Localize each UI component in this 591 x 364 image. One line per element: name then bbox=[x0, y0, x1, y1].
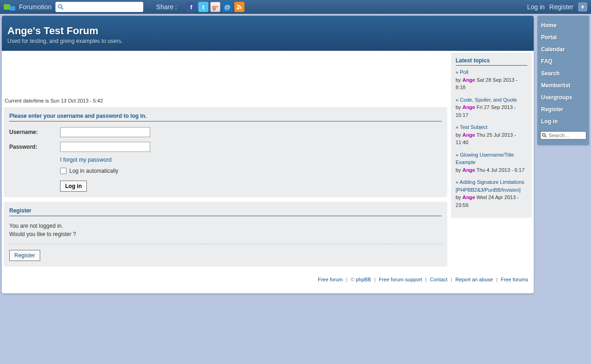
svg-point-0 bbox=[58, 5, 61, 8]
svg-line-4 bbox=[545, 136, 547, 138]
topic-link[interactable]: Glowing Username/Title Example bbox=[456, 152, 514, 165]
username-row: Username: bbox=[9, 127, 442, 137]
facebook-icon[interactable]: f bbox=[186, 2, 196, 12]
footer-support[interactable]: Free forum support bbox=[379, 277, 422, 282]
topbar-left: Forumotion Share : f t g+ @ bbox=[4, 2, 244, 12]
forum-banner: Ange's Test Forum Used for testing, and … bbox=[2, 16, 534, 51]
footer-phpbb[interactable]: phpBB bbox=[356, 277, 371, 282]
latest-topic-item: » Adding Signature Limitations [PHPBB2&3… bbox=[456, 178, 527, 209]
forumotion-link[interactable]: Forumotion bbox=[19, 3, 52, 11]
topic-link[interactable]: Code, Spoiler, and Quote bbox=[460, 97, 517, 103]
footer-copy: © bbox=[351, 277, 354, 282]
auto-login-checkbox[interactable] bbox=[60, 168, 67, 174]
main-column: Ange's Test Forum Used for testing, and … bbox=[2, 16, 534, 293]
top-search[interactable] bbox=[55, 2, 143, 12]
sidebar-search-input[interactable] bbox=[547, 133, 585, 138]
footer-free-forum[interactable]: Free forum bbox=[318, 277, 343, 282]
share-icons: f t g+ @ bbox=[186, 2, 244, 12]
auto-login-row: Log in automatically bbox=[60, 168, 442, 174]
email-icon[interactable]: @ bbox=[222, 2, 232, 12]
footer-abuse[interactable]: Report an abuse bbox=[455, 277, 493, 282]
forgot-password-link[interactable]: I forgot my password bbox=[60, 157, 111, 163]
topic-by: by bbox=[456, 104, 463, 110]
latest-topic-item: » Code, Spoiler, and Quoteby Ange Fri 27… bbox=[456, 96, 527, 119]
sidebar-item-portal[interactable]: Portal bbox=[540, 31, 586, 43]
current-datetime: Current date/time is Sun 13 Oct 2013 - 5… bbox=[4, 94, 447, 107]
footer-contact[interactable]: Contact bbox=[430, 277, 447, 282]
arrow-icon: » bbox=[456, 152, 460, 158]
arrow-icon: » bbox=[456, 124, 460, 130]
arrow-icon: » bbox=[456, 69, 460, 75]
password-input[interactable] bbox=[60, 142, 150, 152]
share-label: Share : bbox=[156, 3, 177, 11]
topic-timestamp: Thu 4 Jul 2013 - 6:17 bbox=[476, 167, 524, 173]
sidebar-item-register[interactable]: Register bbox=[540, 103, 586, 115]
svg-line-1 bbox=[61, 8, 63, 10]
topic-user[interactable]: Ange bbox=[463, 104, 475, 110]
top-search-input[interactable] bbox=[64, 4, 141, 10]
topic-link[interactable]: Poll bbox=[460, 69, 468, 75]
rss-icon[interactable] bbox=[234, 2, 244, 12]
topbar: Forumotion Share : f t g+ @ Log in Regis… bbox=[0, 0, 591, 14]
latest-topics-title: Latest topics bbox=[456, 57, 527, 66]
register-line1: You are not logged in. bbox=[9, 222, 442, 230]
topbar-right: Log in Register bbox=[527, 2, 587, 12]
topic-link[interactable]: Test Subject bbox=[460, 124, 487, 130]
search-icon bbox=[57, 3, 64, 11]
scroll-top-icon[interactable] bbox=[578, 2, 587, 12]
sidebar: HomePortalCalendarFAQSearchMemberlistUse… bbox=[537, 16, 589, 145]
register-text: You are not logged in. Would you like to… bbox=[9, 222, 442, 238]
arrow-icon: » bbox=[456, 97, 460, 103]
forum-title: Ange's Test Forum bbox=[7, 25, 528, 37]
login-panel-title: Please enter your username and password … bbox=[9, 113, 442, 121]
googleplus-icon[interactable]: g+ bbox=[210, 2, 220, 12]
username-input[interactable] bbox=[60, 127, 150, 137]
topic-by: by bbox=[456, 132, 463, 138]
page-wrapper: Ange's Test Forum Used for testing, and … bbox=[0, 14, 591, 300]
login-button[interactable]: Log in bbox=[60, 181, 87, 192]
forum-tagline: Used for testing, and giving examples to… bbox=[7, 38, 528, 44]
top-login-link[interactable]: Log in bbox=[527, 3, 545, 11]
topic-by: by bbox=[456, 77, 463, 83]
topic-user[interactable]: Ange bbox=[463, 167, 475, 173]
register-panel-title: Register bbox=[9, 207, 442, 216]
svg-point-3 bbox=[542, 133, 545, 136]
sidebar-item-search[interactable]: Search bbox=[540, 67, 586, 79]
center-column: Current date/time is Sun 13 Oct 2013 - 5… bbox=[4, 53, 447, 271]
topic-user[interactable]: Ange bbox=[463, 132, 475, 138]
latest-topic-item: » Glowing Username/Title Exampleby Ange … bbox=[456, 151, 527, 174]
twitter-icon[interactable]: t bbox=[198, 2, 208, 12]
latest-topic-item: » Test Subjectby Ange Thu 25 Jul 2013 - … bbox=[456, 123, 527, 146]
topic-user[interactable]: Ange bbox=[463, 194, 475, 200]
forumotion-logo-icon bbox=[4, 4, 15, 11]
sidebar-search[interactable] bbox=[540, 131, 586, 140]
footer-links: Free forum | © phpBB | Free forum suppor… bbox=[2, 273, 534, 284]
auto-login-label: Log in automatically bbox=[69, 168, 118, 174]
topic-by: by bbox=[456, 194, 463, 200]
register-button[interactable]: Register bbox=[9, 250, 40, 261]
svg-point-2 bbox=[237, 8, 238, 10]
search-icon bbox=[542, 132, 547, 139]
latest-topics-module: Latest topics » Pollby Ange Sat 28 Sep 2… bbox=[451, 53, 532, 218]
latest-topic-item: » Pollby Ange Sat 28 Sep 2013 - 8:18 bbox=[456, 68, 527, 91]
topic-user[interactable]: Ange bbox=[463, 77, 475, 83]
password-label: Password: bbox=[9, 144, 60, 150]
sidebar-item-home[interactable]: Home bbox=[540, 19, 586, 31]
right-column: Latest topics » Pollby Ange Sat 28 Sep 2… bbox=[451, 53, 532, 271]
top-register-link[interactable]: Register bbox=[549, 3, 573, 11]
divider bbox=[9, 244, 442, 244]
sidebar-item-log-in[interactable]: Log in bbox=[540, 115, 586, 127]
username-label: Username: bbox=[9, 129, 60, 135]
footer-forums[interactable]: Free forums bbox=[501, 277, 528, 282]
register-line2: Would you like to register ? bbox=[9, 230, 442, 238]
sidebar-item-usergroups[interactable]: Usergroups bbox=[540, 91, 586, 103]
sidebar-item-memberlist[interactable]: Memberlist bbox=[540, 79, 586, 91]
sidebar-item-calendar[interactable]: Calendar bbox=[540, 43, 586, 55]
register-panel: Register You are not logged in. Would yo… bbox=[4, 202, 447, 267]
password-row: Password: bbox=[9, 142, 442, 152]
topic-link[interactable]: Adding Signature Limitations [PHPBB2&3/P… bbox=[456, 179, 524, 193]
content-row: Current date/time is Sun 13 Oct 2013 - 5… bbox=[2, 51, 534, 273]
login-panel: Please enter your username and password … bbox=[4, 107, 447, 197]
sidebar-item-faq[interactable]: FAQ bbox=[540, 55, 586, 67]
arrow-icon: » bbox=[456, 179, 460, 185]
